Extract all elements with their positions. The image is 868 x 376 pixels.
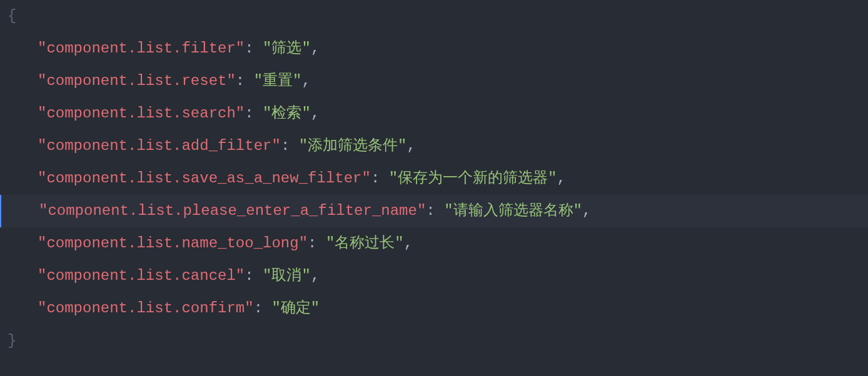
colon: :: [426, 202, 444, 219]
code-line[interactable]: "component.list.reset": "重置",: [8, 65, 868, 97]
colon: :: [245, 105, 263, 122]
comma: ,: [311, 40, 320, 57]
comma: ,: [407, 137, 416, 154]
comma: ,: [557, 170, 566, 187]
code-line-close-brace[interactable]: }: [8, 325, 868, 357]
json-value: "确定": [271, 300, 320, 317]
comma: ,: [311, 267, 320, 284]
json-key: "component.list.filter": [38, 40, 245, 57]
json-key: "component.list.search": [38, 105, 245, 122]
json-value: "保存为一个新的筛选器": [389, 170, 557, 187]
colon: :: [236, 72, 254, 89]
open-brace: {: [8, 7, 16, 24]
colon: :: [281, 137, 299, 154]
json-key: "component.list.reset": [38, 72, 236, 89]
close-brace: }: [8, 332, 16, 349]
json-key: "component.list.cancel": [38, 267, 245, 284]
json-value: "筛选": [263, 40, 311, 57]
json-key: "component.list.please_enter_a_filter_na…: [39, 202, 426, 219]
json-value: "检索": [263, 105, 311, 122]
comma: ,: [311, 105, 320, 122]
comma: ,: [404, 235, 413, 252]
code-editor[interactable]: { "component.list.filter": "筛选", "compon…: [0, 0, 868, 357]
colon: :: [245, 40, 263, 57]
colon: :: [254, 300, 272, 317]
json-value: "取消": [263, 267, 311, 284]
json-value: "重置": [254, 72, 302, 89]
comma: ,: [582, 202, 591, 219]
code-line-highlighted[interactable]: "component.list.please_enter_a_filter_na…: [0, 195, 868, 227]
code-line-open-brace[interactable]: {: [8, 0, 868, 32]
code-line[interactable]: "component.list.add_filter": "添加筛选条件",: [8, 130, 868, 162]
json-key: "component.list.add_filter": [38, 137, 281, 154]
json-value: "请输入筛选器名称": [444, 202, 582, 219]
colon: :: [371, 170, 389, 187]
comma: ,: [301, 72, 310, 89]
json-value: "名称过长": [326, 235, 404, 252]
code-line[interactable]: "component.list.confirm": "确定": [8, 292, 868, 325]
code-line[interactable]: "component.list.search": "检索",: [8, 97, 868, 130]
json-value: "添加筛选条件": [299, 137, 407, 154]
colon: :: [308, 235, 326, 252]
code-line[interactable]: "component.list.cancel": "取消",: [8, 260, 868, 292]
json-key: "component.list.save_as_a_new_filter": [38, 170, 371, 187]
json-key: "component.list.confirm": [38, 300, 254, 317]
json-key: "component.list.name_too_long": [38, 235, 308, 252]
colon: :: [245, 267, 263, 284]
code-line[interactable]: "component.list.name_too_long": "名称过长",: [8, 227, 868, 260]
code-line[interactable]: "component.list.save_as_a_new_filter": "…: [8, 162, 868, 195]
code-line[interactable]: "component.list.filter": "筛选",: [8, 32, 868, 65]
